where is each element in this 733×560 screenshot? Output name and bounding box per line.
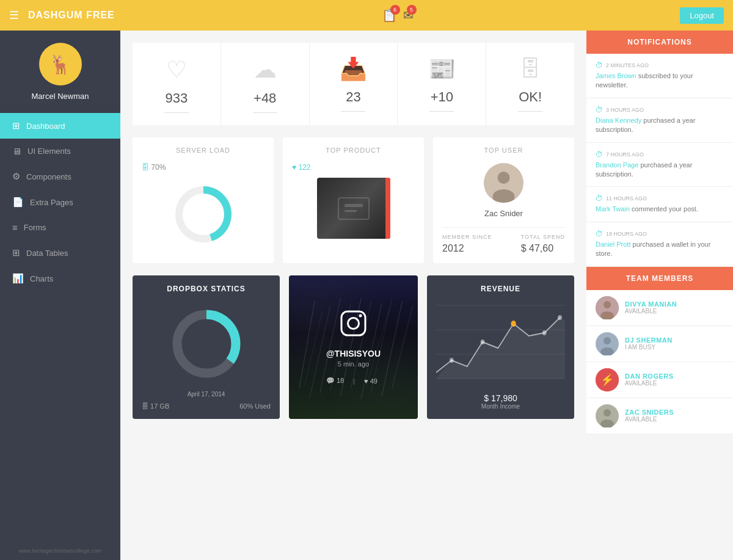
notifications-title: NOTIFICATIONS xyxy=(586,31,733,54)
gear-icon: ⚙ xyxy=(12,171,20,182)
team-avatar xyxy=(596,404,619,427)
team-name: DIVYA MANIAN xyxy=(625,300,677,308)
stat-divider xyxy=(429,111,454,112)
dropbox-donut xyxy=(142,299,271,388)
svg-point-38 xyxy=(604,337,611,344)
sidebar-item-label: Data Tables xyxy=(26,249,68,258)
team-name: DAN ROGERS xyxy=(625,373,674,380)
sidebar-item-label: Dashboard xyxy=(26,122,65,131)
team-member-item: ZAC SNIDERS AVAILABLE xyxy=(586,398,733,434)
top-user-avatar xyxy=(484,163,523,203)
top-product-card: TOP PRODUCT ♥ 122 xyxy=(283,137,424,263)
server-load-percent: 70% xyxy=(151,163,166,172)
team-member-item: ⚡ DAN ROGERS AVAILABLE xyxy=(586,362,733,398)
database-icon: 🗄 xyxy=(519,58,541,80)
svg-text:⚡: ⚡ xyxy=(600,373,614,387)
mail-icon-btn[interactable]: ✉ 5 xyxy=(403,8,414,23)
avatar: 🦌 xyxy=(39,43,82,85)
team-members-title: TEAM MEMBERS xyxy=(586,267,733,290)
team-info: DIVYA MANIAN AVAILABLE xyxy=(625,300,677,315)
main-layout: 🦌 Marcel Newman ⊞ Dashboard 🖥 UI Element… xyxy=(0,31,733,560)
brand-title: DASHGUM FREE xyxy=(28,10,115,21)
total-spend-value: $ 47,60 xyxy=(521,243,565,254)
menu-icon[interactable]: ☰ xyxy=(9,9,19,22)
notif-time: ⏱ 11 HOURS AGO xyxy=(596,194,724,203)
stats-row: ♡ 933 ☁ +48 📥 23 📰 +10 🗄 OK! xyxy=(133,43,574,125)
sidebar-item-label: UI Elements xyxy=(27,147,71,156)
top-user-title: TOP USER xyxy=(442,147,565,154)
monitor-icon: 🖥 xyxy=(12,146,21,156)
notification-item: ⏱ 3 HOURS AGO Diana Kennedy purchased a … xyxy=(586,98,733,143)
sidebar-item-data-tables[interactable]: ⊞ Data Tables xyxy=(0,240,120,266)
notif-text: Brandon Page purchased a year subscripti… xyxy=(596,161,724,180)
notif-link[interactable]: Daniel Prott xyxy=(596,241,630,248)
instagram-content: @THISISYOU 5 min. ago 💬 18 | ♥ 49 xyxy=(326,310,381,385)
dropbox-card: DROPBOX STATICS April 17, 2014 🗄 17 GB 6… xyxy=(133,275,280,419)
top-user-card: TOP USER Zac Snider MEMBER SINCE 2012 xyxy=(433,137,574,263)
news-icon: 📰 xyxy=(428,58,456,80)
notif-text: Diana Kennedy purchased a year subscript… xyxy=(596,116,724,135)
team-avatar xyxy=(596,296,619,319)
total-spend-label: TOTAL SPEND xyxy=(521,234,565,240)
product-image xyxy=(317,178,390,239)
logout-button[interactable]: Logout xyxy=(680,7,724,24)
notif-link[interactable]: James Brown xyxy=(596,72,636,79)
svg-point-35 xyxy=(604,301,611,308)
sidebar-item-forms[interactable]: ≡ Forms xyxy=(0,215,120,240)
notif-text: Mark Twain commented your post. xyxy=(596,205,724,214)
team-member-item: DJ SHERMAN I AM BUSY xyxy=(586,326,733,362)
notif-link[interactable]: Mark Twain xyxy=(596,205,630,213)
sidebar-item-label: Extra Pages xyxy=(30,198,73,207)
stat-value-db: OK! xyxy=(519,89,542,105)
sidebar-nav: ⊞ Dashboard 🖥 UI Elements ⚙ Components 📄… xyxy=(0,113,120,291)
notif-link[interactable]: Diana Kennedy xyxy=(596,117,641,124)
stat-value-news: +10 xyxy=(431,89,453,105)
topnav-left: ☰ DASHGUM FREE xyxy=(9,9,115,22)
stat-item-cloud: ☁ +48 xyxy=(221,43,310,125)
instagram-comments: 💬 18 xyxy=(326,377,344,385)
server-load-card: SERVER LOAD 🗄 70% xyxy=(133,137,274,263)
revenue-footer: $ 17,980 Month Income xyxy=(436,393,565,410)
top-product-title: TOP PRODUCT xyxy=(292,147,415,154)
team-name: DJ SHERMAN xyxy=(625,336,673,344)
notif-time: ⏱ 18 HOURS AGO xyxy=(596,230,724,238)
dropbox-size: 🗄 17 GB xyxy=(142,402,169,410)
stat-item-likes: ♡ 933 xyxy=(133,43,221,125)
bottom-row: DROPBOX STATICS April 17, 2014 🗄 17 GB 6… xyxy=(133,275,574,419)
product-likes: ♥ 122 xyxy=(292,163,415,172)
cards-row: SERVER LOAD 🗄 70% TOP PRODUCT ♥ 122 xyxy=(133,137,574,263)
stat-item-news: 📰 +10 xyxy=(398,43,486,125)
member-since-label: MEMBER SINCE xyxy=(442,234,492,240)
sidebar-item-charts[interactable]: 📊 Charts xyxy=(0,266,120,291)
clock-icon: ⏱ xyxy=(596,194,603,203)
clock-icon: ⏱ xyxy=(596,230,603,238)
sidebar-item-label: Charts xyxy=(30,274,53,283)
dropbox-footer: 🗄 17 GB 60% Used xyxy=(142,402,271,410)
instagram-likes: ♥ 49 xyxy=(364,377,377,385)
sidebar-item-components[interactable]: ⚙ Components xyxy=(0,164,120,189)
heart-icon: ♡ xyxy=(166,58,187,81)
team-info: DAN ROGERS AVAILABLE xyxy=(625,373,674,387)
team-status: I AM BUSY xyxy=(625,344,673,351)
page-icon: 📄 xyxy=(12,197,24,208)
sidebar-item-dashboard[interactable]: ⊞ Dashboard xyxy=(0,113,120,139)
revenue-card: REVENUE xyxy=(427,275,574,419)
doc-badge: 6 xyxy=(390,5,400,15)
sidebar-item-extra-pages[interactable]: 📄 Extra Pages xyxy=(0,189,120,215)
stat-value-inbox: 23 xyxy=(346,89,360,105)
notif-link[interactable]: Brandon Page xyxy=(596,161,638,169)
team-info: ZAC SNIDERS AVAILABLE xyxy=(625,409,674,423)
notification-item: ⏱ 2 MINUTES AGO James Brown subscribed t… xyxy=(586,54,733,98)
revenue-amount: $ 17,980 xyxy=(436,393,565,403)
svg-point-23 xyxy=(348,318,359,329)
table-icon: ⊞ xyxy=(12,247,20,258)
notif-time: ⏱ 2 MINUTES AGO xyxy=(596,61,724,70)
team-name: ZAC SNIDERS xyxy=(625,409,674,416)
sidebar: 🦌 Marcel Newman ⊞ Dashboard 🖥 UI Element… xyxy=(0,31,120,560)
doc-icon-btn[interactable]: 📋 6 xyxy=(382,8,397,23)
sidebar-item-label: Components xyxy=(26,172,71,181)
topnav: ☰ DASHGUM FREE 📋 6 ✉ 5 Logout xyxy=(0,0,733,31)
revenue-title: REVENUE xyxy=(436,285,565,293)
sidebar-item-ui-elements[interactable]: 🖥 UI Elements xyxy=(0,139,120,164)
revenue-chart xyxy=(436,299,565,387)
